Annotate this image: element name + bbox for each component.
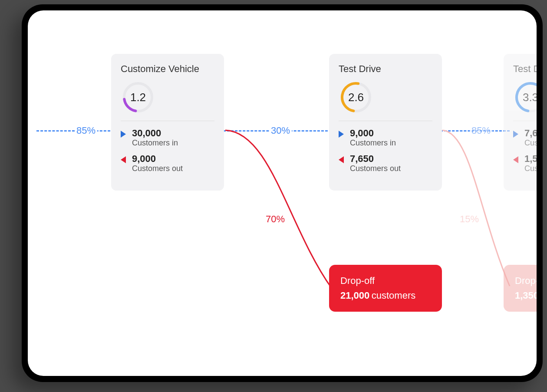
metric-out: 1,500 Customers out	[513, 154, 537, 173]
screen: ion 85% 30% 85% Customize Vehicle 1.2	[28, 10, 537, 376]
gauge-value: 1.2	[121, 80, 155, 115]
triangle-out-icon	[513, 156, 518, 163]
metric-in-label: Customers in	[524, 138, 537, 148]
metric-in-value: 30,000	[132, 128, 178, 138]
dropoff-card[interactable]: Drop-off 21,000 customers	[329, 265, 442, 312]
metric-out-value: 7,650	[350, 154, 401, 164]
stage-card-test-drive-2[interactable]: Test Drive 3.3 7,600 Custome	[504, 54, 537, 191]
gauge: 2.6	[339, 80, 373, 115]
metric-out: 9,000 Customers out	[121, 154, 214, 173]
gauge-value: 2.6	[339, 80, 373, 115]
metric-out-label: Customers out	[524, 164, 537, 173]
metric-in-label: Customers in	[132, 138, 178, 148]
divider	[513, 121, 537, 121]
dropoff-count: 21,000	[340, 290, 369, 301]
triangle-out-icon	[121, 156, 126, 163]
dropoff-percent: 70%	[266, 214, 285, 225]
dropoff-unit-text: customers	[372, 290, 415, 301]
stage-title: Test Drive	[513, 63, 537, 75]
connector-percent: 85%	[470, 125, 492, 136]
metric-out-label: Customers out	[350, 164, 401, 173]
metric-out-label: Customers out	[132, 164, 183, 173]
connector-percent: 30%	[269, 125, 292, 136]
gauge-value: 3.3	[513, 80, 537, 115]
dropoff-card[interactable]: Drop-off 1,350 customers	[504, 265, 537, 312]
dropoff-curves	[28, 10, 537, 376]
dropoff-count: 1,350	[515, 290, 537, 301]
triangle-in-icon	[121, 131, 126, 138]
stage-title: Customize Vehicle	[121, 63, 214, 75]
gauge: 1.2	[121, 80, 155, 115]
connector-line	[36, 130, 110, 132]
gauge: 3.3	[513, 80, 537, 115]
divider	[121, 121, 214, 121]
stage-title: Test Drive	[339, 63, 432, 75]
metric-in-value: 9,000	[350, 128, 396, 138]
divider	[339, 121, 432, 121]
stage-card-customize-vehicle[interactable]: Customize Vehicle 1.2 30,000	[111, 54, 224, 191]
triangle-in-icon	[513, 131, 518, 138]
stage-card-test-drive[interactable]: Test Drive 2.6 9,000 Custome	[329, 54, 442, 191]
metric-out-value: 1,500	[524, 154, 537, 164]
metric-in: 30,000 Customers in	[121, 128, 214, 148]
dropoff-title: Drop-off	[515, 275, 537, 287]
triangle-out-icon	[339, 156, 344, 163]
triangle-in-icon	[339, 131, 344, 138]
dropoff-percent: 15%	[460, 214, 479, 225]
metric-out: 7,650 Customers out	[339, 154, 432, 173]
metric-in: 9,000 Customers in	[339, 128, 432, 148]
metric-in-label: Customers in	[350, 138, 396, 148]
device-frame: ion 85% 30% 85% Customize Vehicle 1.2	[22, 4, 543, 382]
metric-out-value: 9,000	[132, 154, 183, 164]
metric-in: 7,600 Customers in	[513, 128, 537, 148]
metric-in-value: 7,600	[524, 128, 537, 138]
connector-percent: 85%	[75, 125, 97, 136]
dropoff-title: Drop-off	[340, 275, 431, 287]
funnel-canvas: ion 85% 30% 85% Customize Vehicle 1.2	[28, 10, 537, 376]
